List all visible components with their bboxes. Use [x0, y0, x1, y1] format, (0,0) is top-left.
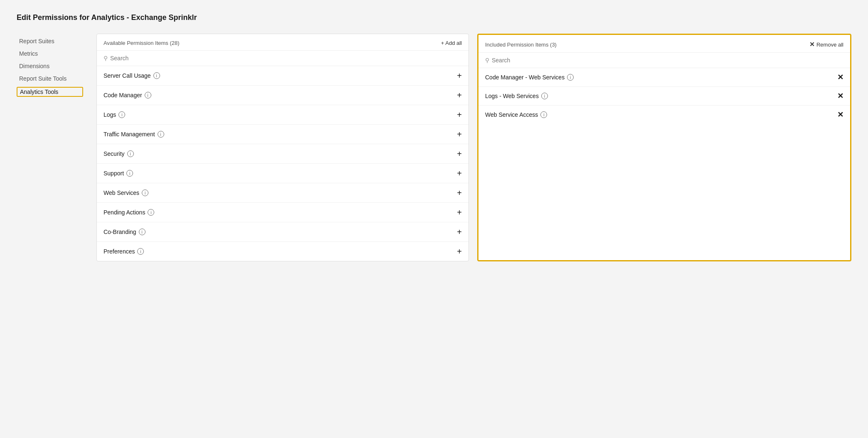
- info-icon[interactable]: i: [139, 229, 145, 235]
- add-item-button[interactable]: +: [457, 150, 462, 158]
- page-title: Edit Permissions for Analytics - Exchang…: [17, 13, 851, 22]
- available-list-item: Preferencesi+: [97, 242, 469, 261]
- sidebar-item-report-suite-tools[interactable]: Report Suite Tools: [17, 74, 83, 83]
- sidebar-item-report-suites[interactable]: Report Suites: [17, 37, 83, 45]
- add-item-button[interactable]: +: [457, 247, 462, 256]
- add-item-button[interactable]: +: [457, 111, 462, 119]
- included-item-label: Web Service Accessi: [485, 111, 547, 118]
- info-icon[interactable]: i: [118, 111, 125, 118]
- info-icon[interactable]: i: [540, 111, 547, 118]
- add-all-button[interactable]: + Add all: [441, 40, 462, 46]
- available-list-item: Supporti+: [97, 164, 469, 183]
- available-item-label: Pending Actionsi: [104, 209, 154, 216]
- included-panel-title: Included Permission Items (3): [485, 42, 557, 48]
- add-item-button[interactable]: +: [457, 91, 462, 99]
- available-item-label: Logsi: [104, 111, 125, 118]
- included-list-item: Logs - Web Servicesi✕: [478, 87, 850, 106]
- included-item-label: Code Manager - Web Servicesi: [485, 74, 574, 81]
- info-icon[interactable]: i: [158, 131, 164, 138]
- included-search-icon: ⚲: [485, 57, 489, 64]
- available-list-item: Code Manageri+: [97, 86, 469, 105]
- info-icon[interactable]: i: [153, 72, 160, 79]
- sidebar: Report SuitesMetricsDimensionsReport Sui…: [17, 34, 83, 97]
- remove-all-label: Remove all: [816, 42, 843, 48]
- available-panel-title: Available Permission Items (28): [104, 40, 180, 46]
- add-item-button[interactable]: +: [457, 130, 462, 138]
- available-list-item: Server Call Usagei+: [97, 66, 469, 86]
- add-item-button[interactable]: +: [457, 208, 462, 217]
- remove-item-button[interactable]: ✕: [837, 111, 843, 118]
- panels-container: Available Permission Items (28) + Add al…: [96, 34, 851, 261]
- included-panel-header: Included Permission Items (3) ✕ Remove a…: [478, 35, 850, 53]
- sidebar-item-dimensions[interactable]: Dimensions: [17, 62, 83, 70]
- available-list-item: Pending Actionsi+: [97, 203, 469, 222]
- add-item-button[interactable]: +: [457, 189, 462, 197]
- available-panel-header: Available Permission Items (28) + Add al…: [97, 34, 469, 51]
- available-item-label: Securityi: [104, 150, 134, 157]
- remove-all-x-icon: ✕: [809, 41, 815, 48]
- info-icon[interactable]: i: [126, 170, 133, 177]
- included-search-row: ⚲: [478, 53, 850, 68]
- add-item-button[interactable]: +: [457, 169, 462, 177]
- available-list-item: Securityi+: [97, 144, 469, 164]
- available-list-item: Traffic Managementi+: [97, 125, 469, 144]
- info-icon[interactable]: i: [127, 150, 134, 157]
- available-item-label: Web Servicesi: [104, 189, 148, 196]
- included-search-input[interactable]: [492, 57, 843, 64]
- available-item-label: Co-Brandingi: [104, 229, 145, 235]
- included-list-item: Web Service Accessi✕: [478, 106, 850, 124]
- available-item-label: Preferencesi: [104, 248, 144, 255]
- included-list-item: Code Manager - Web Servicesi✕: [478, 68, 850, 87]
- info-icon[interactable]: i: [137, 248, 144, 255]
- info-icon[interactable]: i: [567, 74, 574, 81]
- add-item-button[interactable]: +: [457, 228, 462, 236]
- available-items-list: Server Call Usagei+Code Manageri+Logsi+T…: [97, 66, 469, 261]
- available-item-label: Code Manageri: [104, 92, 151, 98]
- remove-all-button[interactable]: ✕ Remove all: [809, 41, 843, 48]
- available-list-item: Logsi+: [97, 105, 469, 125]
- remove-item-button[interactable]: ✕: [837, 74, 843, 81]
- included-items-list: Code Manager - Web Servicesi✕Logs - Web …: [478, 68, 850, 124]
- main-layout: Report SuitesMetricsDimensionsReport Sui…: [17, 34, 851, 261]
- available-item-label: Supporti: [104, 170, 133, 177]
- available-search-row: ⚲: [97, 51, 469, 66]
- sidebar-item-metrics[interactable]: Metrics: [17, 49, 83, 58]
- available-item-label: Server Call Usagei: [104, 72, 160, 79]
- remove-item-button[interactable]: ✕: [837, 92, 843, 100]
- included-item-label: Logs - Web Servicesi: [485, 93, 548, 99]
- available-list-item: Web Servicesi+: [97, 183, 469, 203]
- info-icon[interactable]: i: [148, 209, 154, 216]
- available-panel: Available Permission Items (28) + Add al…: [96, 34, 469, 261]
- info-icon[interactable]: i: [541, 93, 548, 99]
- available-list-item: Co-Brandingi+: [97, 222, 469, 242]
- available-search-input[interactable]: [110, 55, 462, 62]
- info-icon[interactable]: i: [145, 92, 151, 98]
- info-icon[interactable]: i: [142, 189, 148, 196]
- available-item-label: Traffic Managementi: [104, 131, 164, 138]
- sidebar-item-analytics-tools[interactable]: Analytics Tools: [17, 87, 83, 97]
- available-search-icon: ⚲: [104, 55, 108, 62]
- included-panel: Included Permission Items (3) ✕ Remove a…: [477, 34, 851, 261]
- add-item-button[interactable]: +: [457, 71, 462, 80]
